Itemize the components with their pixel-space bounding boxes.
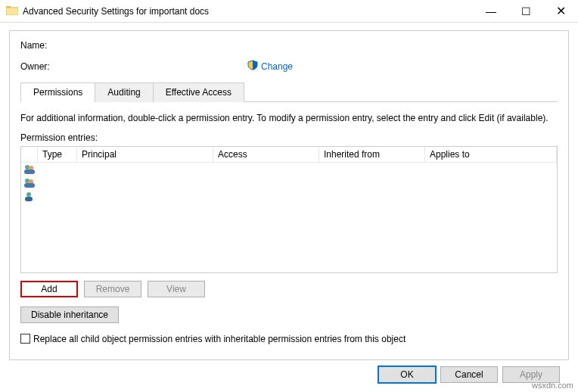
shield-icon bbox=[247, 60, 258, 73]
replace-checkbox[interactable] bbox=[20, 334, 30, 344]
users-icon bbox=[23, 163, 36, 176]
view-button[interactable]: View bbox=[148, 281, 205, 297]
maximize-button[interactable]: ☐ bbox=[508, 0, 543, 22]
dialog-footer: OK Cancel Apply bbox=[9, 360, 569, 383]
minimize-button[interactable]: — bbox=[474, 0, 508, 22]
col-inherited[interactable]: Inherited from bbox=[319, 147, 425, 162]
window-title: Advanced Security Settings for important… bbox=[23, 6, 474, 17]
svg-rect-1 bbox=[6, 8, 18, 15]
permission-entries-label: Permission entries: bbox=[20, 132, 558, 143]
folder-icon bbox=[6, 5, 18, 17]
main-panel: Name: Owner: Change Permissions Auditing… bbox=[9, 30, 569, 360]
col-access[interactable]: Access bbox=[213, 147, 319, 162]
users-icon bbox=[23, 177, 36, 189]
svg-rect-9 bbox=[25, 197, 33, 201]
window-controls: — ☐ ✕ bbox=[474, 0, 578, 22]
tabs: Permissions Auditing Effective Access bbox=[20, 82, 558, 102]
tab-permissions[interactable]: Permissions bbox=[20, 82, 95, 102]
ok-button[interactable]: OK bbox=[378, 366, 436, 383]
disable-inheritance-button[interactable]: Disable inheritance bbox=[20, 306, 119, 323]
grid-header: Type Principal Access Inherited from App… bbox=[21, 147, 557, 163]
svg-rect-4 bbox=[24, 170, 35, 174]
remove-button[interactable]: Remove bbox=[84, 281, 141, 297]
user-icon bbox=[23, 191, 36, 203]
name-label: Name: bbox=[20, 40, 247, 51]
add-button[interactable]: Add bbox=[20, 281, 78, 297]
col-type[interactable]: Type bbox=[38, 147, 77, 162]
tab-effective-access[interactable]: Effective Access bbox=[153, 82, 244, 102]
cancel-button[interactable]: Cancel bbox=[440, 366, 498, 383]
table-row[interactable] bbox=[21, 176, 557, 190]
change-link-text: Change bbox=[261, 61, 293, 72]
table-row[interactable] bbox=[21, 190, 557, 204]
svg-point-2 bbox=[25, 165, 30, 170]
replace-checkbox-label: Replace all child object permission entr… bbox=[33, 334, 406, 344]
tab-auditing[interactable]: Auditing bbox=[95, 82, 153, 102]
svg-point-8 bbox=[26, 192, 31, 197]
info-text: For additional information, double-click… bbox=[20, 113, 558, 125]
svg-rect-7 bbox=[24, 183, 35, 188]
watermark: wsxdn.com bbox=[532, 381, 573, 390]
permission-grid[interactable]: Type Principal Access Inherited from App… bbox=[20, 146, 558, 273]
col-principal[interactable]: Principal bbox=[77, 147, 213, 162]
close-button[interactable]: ✕ bbox=[543, 0, 578, 22]
col-applies[interactable]: Applies to bbox=[425, 147, 557, 162]
change-owner-link[interactable]: Change bbox=[247, 60, 293, 73]
titlebar: Advanced Security Settings for important… bbox=[0, 0, 578, 23]
table-row[interactable] bbox=[21, 163, 557, 176]
owner-label: Owner: bbox=[20, 61, 247, 72]
svg-point-5 bbox=[25, 179, 30, 183]
